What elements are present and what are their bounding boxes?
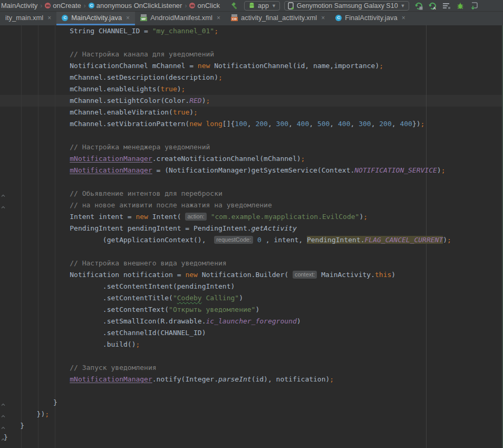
code-token: .setSmallIcon(R.drawable. — [4, 317, 206, 325]
code-token: []{ — [223, 120, 235, 128]
code-token: , — [268, 120, 276, 128]
code-token: , — [309, 120, 317, 128]
code-line: PendingIntent pendingIntent = PendingInt… — [4, 223, 503, 234]
editor-tab[interactable]: CFinalActtivity.java× — [330, 12, 410, 25]
code-line: } — [4, 432, 503, 443]
code-token: ; — [214, 27, 218, 35]
code-token: this — [375, 271, 391, 279]
code-line: mChannel.enableLights(true); — [4, 83, 503, 95]
device-select[interactable]: Genymotion Samsung Galaxy S10 ▼ — [284, 1, 409, 11]
breadcrumb-item[interactable]: monCreate — [44, 2, 82, 9]
code-token: 0 — [257, 236, 262, 244]
tab-label: FinalActtivity.java — [345, 14, 397, 22]
tab-close-icon[interactable]: × — [217, 14, 220, 22]
apply-code-changes-icon[interactable]: A — [427, 1, 439, 11]
chevron-down-icon: ▼ — [272, 3, 276, 8]
code-token: NotificationChannel mChannel = — [4, 62, 198, 70]
parameter-hint: requestCode: — [214, 236, 253, 244]
code-token: PendingIntent pendingIntent = PendingInt… — [4, 224, 252, 232]
code-token: 500 — [317, 120, 330, 128]
toolbar-action-icons: A — [413, 1, 480, 11]
chevron-down-icon: ▼ — [401, 3, 405, 8]
code-token: mChannel.enableVibration( — [4, 108, 173, 116]
code-token: new — [136, 213, 148, 221]
tab-close-icon[interactable]: × — [47, 14, 51, 22]
editor-tab[interactable]: CMainActivity.java× — [56, 12, 135, 25]
code-token: ; — [194, 108, 198, 116]
code-token — [4, 364, 70, 371]
tab-label: AndroidManifest.xml — [150, 14, 212, 22]
code-token: // на новое активити после нажатия на ув… — [70, 201, 272, 209]
code-line: mChannel.setVibrationPattern(new long[]{… — [4, 118, 503, 130]
tab-close-icon[interactable]: × — [402, 14, 405, 22]
breadcrumb-separator-icon: › — [82, 2, 88, 9]
module-select[interactable]: app ▼ — [244, 1, 280, 11]
code-token: ; — [421, 120, 425, 128]
code-token: true — [160, 85, 177, 93]
code-token: 300 — [359, 120, 371, 128]
code-token: // Запуск уведомления — [70, 364, 156, 371]
code-line: Intent intent = new Intent( action: "com… — [4, 211, 503, 223]
code-line: .setChannelId(CHANNEL_ID) — [4, 327, 503, 339]
code-line: // Настройка менеджера уведомлений — [4, 141, 503, 153]
code-token: ; — [441, 166, 446, 174]
breadcrumb-item[interactable]: MainActivity — [0, 2, 38, 9]
code-token — [202, 120, 206, 128]
breadcrumb-label: anonymous OnClickListener — [96, 2, 182, 9]
editor-tab[interactable]: MFAndroidManifest.xml× — [135, 12, 226, 25]
code-token: ; — [301, 155, 305, 163]
fold-marker-icon[interactable] — [1, 203, 6, 208]
code-token: mChannel.setDescription(description) — [4, 73, 218, 81]
code-token: new — [185, 271, 197, 279]
build-hammer-icon[interactable] — [228, 1, 240, 11]
run-toolbar: app ▼ Genymotion Samsung Galaxy S10 ▼ A — [228, 1, 479, 11]
debug-icon[interactable] — [454, 1, 466, 11]
code-token: .setContentTitle( — [4, 294, 173, 302]
code-token: ) — [391, 271, 395, 279]
main-toolbar: MainActivity›monCreate›Canonymous OnClic… — [0, 0, 503, 12]
code-token: 200 — [379, 120, 391, 128]
apply-changes-icon[interactable] — [413, 1, 425, 11]
code-token: .setContentText( — [4, 306, 169, 313]
code-token: mChannel.setLightColor(Color. — [4, 97, 189, 104]
code-token: true — [173, 108, 189, 116]
code-token: "Открыть уведомление" — [169, 306, 255, 313]
code-token: ) — [239, 294, 243, 302]
code-token: ; — [363, 213, 367, 221]
tab-close-icon[interactable]: × — [126, 14, 130, 22]
editor-tab[interactable]: CDactivity_final_acttivity.xml× — [226, 12, 330, 25]
fold-marker-icon[interactable] — [1, 400, 6, 405]
fold-marker-icon[interactable] — [1, 412, 6, 417]
code-token: ; — [206, 97, 210, 104]
code-token: ) — [177, 85, 181, 93]
code-line — [4, 130, 503, 141]
code-token: Notification notification = — [4, 271, 185, 279]
code-line: } — [4, 397, 503, 408]
fold-marker-icon[interactable] — [1, 191, 6, 196]
code-line — [4, 350, 503, 362]
breadcrumb-item[interactable]: monClick — [188, 2, 221, 9]
code-token: Calling" — [202, 294, 239, 302]
parameter-hint: action: — [185, 213, 206, 221]
fold-marker-icon[interactable] — [1, 423, 6, 428]
code-token: NotificationChannel(id, name,importance) — [210, 62, 379, 70]
code-token: long — [206, 120, 223, 128]
code-line: mChannel.setLightColor(Color.RED); — [4, 95, 503, 107]
attach-debugger-icon[interactable] — [468, 1, 480, 11]
breadcrumb-item[interactable]: Canonymous OnClickListener — [88, 2, 183, 9]
code-line — [4, 176, 503, 188]
editor-tab[interactable]: ity_main.xml× — [0, 12, 56, 25]
code-token: 400 — [297, 120, 309, 128]
code-token: ; — [218, 73, 223, 81]
layout-xml-file-icon: CD — [231, 14, 238, 21]
code-token: String CHANNEL_ID = — [4, 27, 152, 35]
code-token: , — [392, 120, 400, 128]
code-line: mChannel.enableVibration(true); — [4, 107, 503, 118]
code-token — [4, 259, 70, 267]
tab-close-icon[interactable]: × — [321, 14, 325, 22]
svg-text:A: A — [433, 6, 436, 10]
code-line: mChannel.setDescription(description); — [4, 72, 503, 83]
code-editor[interactable]: String CHANNEL_ID = "my_channel_01"; // … — [0, 25, 503, 448]
profiler-icon[interactable] — [441, 1, 452, 11]
fold-marker-icon[interactable] — [1, 435, 6, 440]
